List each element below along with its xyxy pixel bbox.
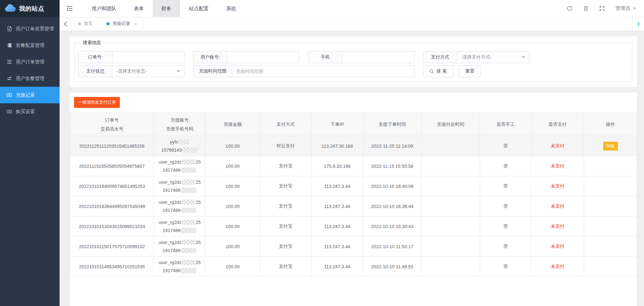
table-row: 20221125111203515451485156yyfz1576814310… bbox=[70, 136, 637, 156]
sidebar-item-label: 购买设置 bbox=[16, 109, 35, 115]
cell-order-time: 2022-10-10 11:49:53 bbox=[363, 257, 422, 277]
time-range-input[interactable] bbox=[232, 66, 414, 77]
fullscreen-icon[interactable] bbox=[599, 6, 605, 11]
redaction-mosaic bbox=[182, 240, 195, 245]
phone-input[interactable] bbox=[342, 51, 414, 63]
cell-order-no: 20221010114953495710251535 bbox=[70, 257, 154, 277]
cell-order-no: 20221010115017575710099102 bbox=[70, 237, 154, 257]
cell-account: yyfz15768143 bbox=[154, 136, 205, 156]
order-no-label: 订单号: bbox=[79, 51, 112, 63]
cell-ip: 113.247.3.44 bbox=[311, 237, 363, 257]
search-button[interactable]: 搜 索 bbox=[423, 65, 453, 77]
cell-pay-time bbox=[421, 216, 480, 237]
cell-manual: 否 bbox=[480, 176, 531, 196]
top-nav-item[interactable]: 系统 bbox=[217, 0, 245, 17]
app-window: 我的站点 用户订单发票管理套餐配置管理用户订单管理用户套餐管理充值记录购买设置 … bbox=[0, 0, 644, 306]
cell-account: user_rg2dz251917486 bbox=[154, 237, 205, 257]
user-menu[interactable]: 管理员 bbox=[615, 5, 636, 12]
account-input[interactable] bbox=[227, 51, 299, 63]
tab-item[interactable]: 首页 bbox=[71, 17, 100, 31]
cell-account: user_rg2dz251917486 bbox=[154, 216, 205, 237]
account-suffix-text: 25 bbox=[196, 240, 201, 245]
clear-unpaid-orders-button[interactable]: 一键清理未支付订单 bbox=[74, 97, 120, 108]
top-nav-item[interactable]: 财务 bbox=[153, 0, 180, 17]
cell-pay-time bbox=[421, 156, 480, 176]
refresh-icon[interactable] bbox=[567, 6, 572, 11]
cell-pay-time bbox=[421, 257, 480, 277]
cell-action bbox=[584, 237, 637, 257]
search-button-label: 搜 索 bbox=[436, 68, 447, 74]
search-icon bbox=[429, 69, 434, 74]
column-header: 支付方式 bbox=[260, 113, 311, 136]
cell-paid-status: 未支付 bbox=[531, 156, 584, 176]
tabs-scroll-left-icon[interactable] bbox=[60, 17, 71, 31]
account-text: user_rg2dz bbox=[159, 260, 182, 265]
brand: 我的站点 bbox=[0, 0, 60, 17]
cell-order-no: 20221010163644995097545049 bbox=[70, 196, 154, 216]
cell-pay-method: 支付宝 bbox=[260, 257, 311, 277]
redaction-mosaic bbox=[181, 228, 196, 233]
sidebar-item-link[interactable]: 用户订单发票管理 bbox=[0, 20, 60, 37]
order-no-field: 订单号: bbox=[78, 51, 185, 63]
account-field: 用户账号: bbox=[193, 51, 300, 63]
sidebar-item-link[interactable]: 用户套餐管理 bbox=[0, 70, 60, 87]
cell-paid-status: 未支付 bbox=[531, 136, 584, 156]
top-nav-item[interactable]: 站点配置 bbox=[180, 0, 217, 17]
top-nav-item[interactable]: 用户和团队 bbox=[83, 0, 125, 17]
cell-amount: 100.00 bbox=[206, 176, 260, 196]
table-row: 20221010164009574851495253user_rg2dz2519… bbox=[70, 176, 637, 196]
cell-account: user_rg2dz251917486 bbox=[154, 176, 205, 196]
trash-icon[interactable] bbox=[583, 6, 589, 11]
phone-field: 手机 bbox=[308, 51, 415, 63]
sidebar-item-label: 用户订单管理 bbox=[16, 59, 44, 65]
phone-text: 1917486 bbox=[162, 167, 180, 173]
page-content: 搜索信息 订单号: 用户账号: 手机 bbox=[60, 31, 644, 306]
cell-amount: 100.00 bbox=[206, 257, 260, 277]
pay-status-field: 支付状态 -选择支付状态- bbox=[78, 65, 185, 77]
top-nav-item[interactable]: 表单 bbox=[125, 0, 153, 17]
cell-manual: 否 bbox=[480, 196, 531, 216]
collapse-sidebar-icon[interactable] bbox=[60, 6, 79, 11]
cell-pay-method: 支付宝 bbox=[260, 216, 311, 237]
table-header: 订单号交易流水号充值账号充值手机号码充值金额支付方式下单IP充值下单时间充值付款… bbox=[70, 113, 637, 136]
main-area: 用户和团队表单财务站点配置系统 管理员 bbox=[60, 0, 644, 306]
tabs-scroll-right-icon[interactable] bbox=[632, 17, 644, 31]
column-header: 充值下单时间 bbox=[363, 113, 422, 136]
redaction-mosaic bbox=[178, 139, 189, 145]
column-header: 是否支付 bbox=[531, 113, 584, 136]
close-tab-icon[interactable]: × bbox=[134, 21, 137, 26]
account-suffix-text: 25 bbox=[196, 260, 201, 265]
sidebar-item-active[interactable]: 充值记录 bbox=[0, 87, 60, 103]
cell-ip: 175.8.33.196 bbox=[311, 156, 363, 176]
sidebar-item-label: 用户套餐管理 bbox=[16, 75, 44, 82]
account-suffix-text: 25 bbox=[196, 179, 201, 185]
search-row-2: 支付状态 -选择支付状态- 充值时间范围 搜 索 bbox=[78, 65, 628, 77]
sidebar-item-link[interactable]: 用户订单管理 bbox=[0, 54, 60, 70]
cell-ip: 113.247.3.44 bbox=[311, 176, 363, 196]
top-nav-menu: 用户和团队表单财务站点配置系统 bbox=[83, 0, 245, 17]
audit-button[interactable]: 审核 bbox=[603, 142, 618, 151]
sidebar-item-label: 套餐配置管理 bbox=[16, 42, 44, 49]
sidebar-item-link[interactable]: 套餐配置管理 bbox=[0, 37, 60, 54]
recharge-record-icon bbox=[7, 92, 12, 98]
tab-active[interactable]: 充值记录× bbox=[100, 17, 144, 31]
tab-label: 充值记录 bbox=[112, 21, 130, 27]
search-row-1: 订单号: 用户账号: 手机 支付方式 bbox=[78, 51, 628, 63]
reset-button[interactable]: 重置 bbox=[459, 65, 481, 77]
cell-action: 审核 bbox=[584, 136, 637, 156]
sidebar-item-link[interactable]: 购买设置 bbox=[0, 103, 60, 120]
cell-manual: 否 bbox=[480, 136, 531, 156]
phone-text: 1917486 bbox=[162, 188, 180, 193]
pay-method-selected-value: -选择支付方式- bbox=[461, 54, 492, 60]
cell-pay-method: 支付宝 bbox=[260, 176, 311, 196]
redaction-mosaic bbox=[181, 208, 196, 213]
redaction-mosaic bbox=[181, 268, 196, 273]
pay-status-label: 支付状态 bbox=[79, 66, 112, 77]
user-package-icon bbox=[7, 76, 12, 81]
sidebar-menu: 用户订单发票管理套餐配置管理用户订单管理用户套餐管理充值记录购买设置 bbox=[0, 17, 60, 120]
records-panel: 一键清理未支付订单 订单号交易流水号充值账号充值手机号码充值金额支付方式下单IP… bbox=[70, 92, 637, 306]
pay-method-select[interactable]: -选择支付方式- bbox=[457, 51, 529, 63]
pay-status-select[interactable]: -选择支付状态- bbox=[112, 66, 184, 77]
order-no-input[interactable] bbox=[112, 51, 184, 63]
table-row: 20221010153043515099521024user_rg2dz2519… bbox=[70, 216, 637, 237]
